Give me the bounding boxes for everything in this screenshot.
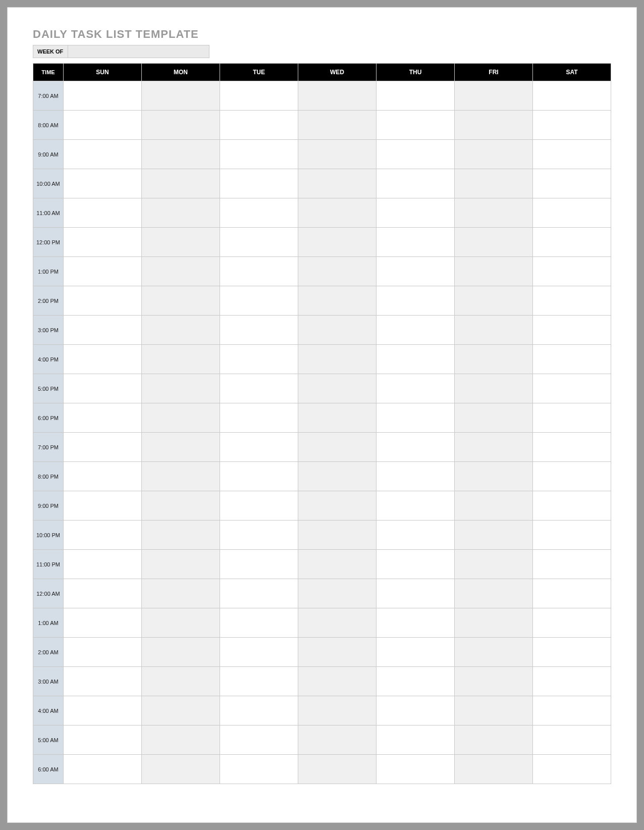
task-cell[interactable] [377, 286, 455, 316]
task-cell[interactable] [220, 198, 298, 228]
task-cell[interactable] [377, 257, 455, 286]
task-cell[interactable] [455, 550, 533, 579]
task-cell[interactable] [377, 316, 455, 345]
task-cell[interactable] [142, 462, 220, 491]
task-cell[interactable] [298, 316, 377, 345]
task-cell[interactable] [64, 667, 142, 696]
task-cell[interactable] [377, 550, 455, 579]
task-cell[interactable] [455, 198, 533, 228]
task-cell[interactable] [64, 608, 142, 638]
task-cell[interactable] [142, 140, 220, 169]
task-cell[interactable] [298, 111, 377, 140]
task-cell[interactable] [220, 257, 298, 286]
task-cell[interactable] [533, 111, 611, 140]
task-cell[interactable] [533, 374, 611, 403]
task-cell[interactable] [220, 462, 298, 491]
task-cell[interactable] [377, 696, 455, 725]
task-cell[interactable] [298, 755, 377, 784]
task-cell[interactable] [220, 521, 298, 550]
task-cell[interactable] [64, 81, 142, 111]
task-cell[interactable] [220, 345, 298, 374]
task-cell[interactable] [533, 696, 611, 725]
task-cell[interactable] [455, 462, 533, 491]
task-cell[interactable] [142, 169, 220, 198]
task-cell[interactable] [64, 169, 142, 198]
task-cell[interactable] [142, 286, 220, 316]
task-cell[interactable] [64, 433, 142, 462]
task-cell[interactable] [298, 521, 377, 550]
task-cell[interactable] [220, 550, 298, 579]
task-cell[interactable] [377, 667, 455, 696]
task-cell[interactable] [298, 667, 377, 696]
task-cell[interactable] [64, 550, 142, 579]
task-cell[interactable] [455, 374, 533, 403]
week-of-input[interactable] [68, 45, 209, 58]
task-cell[interactable] [455, 345, 533, 374]
task-cell[interactable] [377, 725, 455, 755]
task-cell[interactable] [298, 374, 377, 403]
task-cell[interactable] [298, 286, 377, 316]
task-cell[interactable] [142, 433, 220, 462]
task-cell[interactable] [220, 725, 298, 755]
task-cell[interactable] [64, 696, 142, 725]
task-cell[interactable] [142, 111, 220, 140]
task-cell[interactable] [455, 608, 533, 638]
task-cell[interactable] [533, 257, 611, 286]
task-cell[interactable] [220, 374, 298, 403]
task-cell[interactable] [142, 521, 220, 550]
task-cell[interactable] [220, 667, 298, 696]
task-cell[interactable] [455, 696, 533, 725]
task-cell[interactable] [455, 667, 533, 696]
task-cell[interactable] [533, 140, 611, 169]
task-cell[interactable] [64, 374, 142, 403]
task-cell[interactable] [298, 403, 377, 433]
task-cell[interactable] [533, 316, 611, 345]
task-cell[interactable] [298, 696, 377, 725]
task-cell[interactable] [64, 345, 142, 374]
task-cell[interactable] [377, 81, 455, 111]
task-cell[interactable] [220, 755, 298, 784]
task-cell[interactable] [220, 403, 298, 433]
task-cell[interactable] [142, 696, 220, 725]
task-cell[interactable] [455, 81, 533, 111]
task-cell[interactable] [298, 198, 377, 228]
task-cell[interactable] [298, 257, 377, 286]
task-cell[interactable] [220, 286, 298, 316]
task-cell[interactable] [298, 725, 377, 755]
task-cell[interactable] [298, 638, 377, 667]
task-cell[interactable] [377, 140, 455, 169]
task-cell[interactable] [533, 755, 611, 784]
task-cell[interactable] [533, 521, 611, 550]
task-cell[interactable] [142, 755, 220, 784]
task-cell[interactable] [533, 403, 611, 433]
task-cell[interactable] [298, 228, 377, 257]
task-cell[interactable] [64, 755, 142, 784]
task-cell[interactable] [220, 140, 298, 169]
task-cell[interactable] [64, 491, 142, 521]
task-cell[interactable] [455, 638, 533, 667]
task-cell[interactable] [533, 608, 611, 638]
task-cell[interactable] [298, 345, 377, 374]
task-cell[interactable] [455, 140, 533, 169]
task-cell[interactable] [377, 638, 455, 667]
task-cell[interactable] [64, 521, 142, 550]
task-cell[interactable] [220, 638, 298, 667]
task-cell[interactable] [455, 228, 533, 257]
task-cell[interactable] [220, 433, 298, 462]
task-cell[interactable] [377, 403, 455, 433]
task-cell[interactable] [533, 433, 611, 462]
task-cell[interactable] [455, 491, 533, 521]
task-cell[interactable] [377, 433, 455, 462]
task-cell[interactable] [455, 579, 533, 608]
task-cell[interactable] [533, 286, 611, 316]
task-cell[interactable] [455, 755, 533, 784]
task-cell[interactable] [298, 550, 377, 579]
task-cell[interactable] [64, 111, 142, 140]
task-cell[interactable] [142, 638, 220, 667]
task-cell[interactable] [64, 316, 142, 345]
task-cell[interactable] [298, 462, 377, 491]
task-cell[interactable] [377, 462, 455, 491]
task-cell[interactable] [220, 111, 298, 140]
task-cell[interactable] [533, 667, 611, 696]
task-cell[interactable] [142, 228, 220, 257]
